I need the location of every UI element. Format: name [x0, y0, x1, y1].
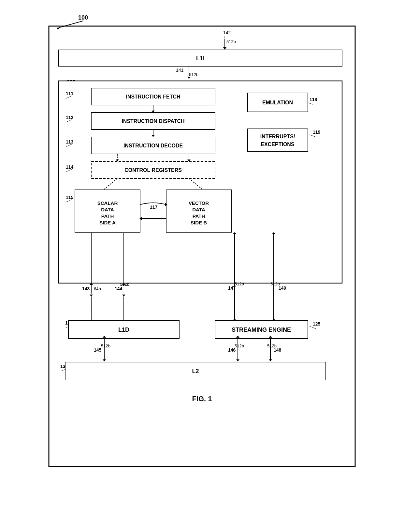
- ref-118-label: 118: [310, 97, 317, 102]
- l1d-text: L1D: [118, 327, 129, 333]
- ref-141-label: 141: [176, 68, 184, 73]
- instruction-dispatch-text: INSTRUCTION DISPATCH: [122, 118, 184, 124]
- ref-142-label: 142: [223, 30, 231, 35]
- vector-line3: PATH: [193, 213, 205, 219]
- instruction-decode-text: INSTRUCTION DECODE: [123, 143, 183, 148]
- label-512b-141: 512b: [189, 72, 198, 77]
- emulation-text: EMULATION: [262, 100, 293, 105]
- label-512b-149: 512b: [270, 281, 280, 286]
- svg-rect-41: [248, 129, 308, 152]
- diagram-svg: 100 142 512b 121 L1I 141 512b 110 111 IN…: [39, 7, 365, 512]
- scalar-line3: PATH: [101, 213, 114, 219]
- scalar-line1: SCALAR: [97, 200, 118, 206]
- label-512b-146: 512b: [235, 343, 244, 348]
- l2-text: L2: [192, 368, 199, 374]
- label-512b-top: 512b: [226, 39, 236, 44]
- se-text: STREAMING ENGINE: [232, 327, 291, 333]
- label-512b-145: 512b: [101, 343, 110, 348]
- ref-119-label: 119: [313, 129, 321, 135]
- label-512b-147: 512b: [235, 281, 244, 286]
- vector-line4: SIDE B: [191, 220, 207, 225]
- ref-112-label: 112: [66, 115, 74, 120]
- page-container: 100 142 512b 121 L1I 141 512b 110 111 IN…: [23, 7, 381, 512]
- label-512b-148: 512b: [267, 343, 277, 348]
- ref-114-label: 114: [66, 164, 74, 170]
- ref-144-label: 144: [115, 286, 123, 291]
- scalar-line2: DATA: [101, 207, 114, 212]
- scalar-line4: SIDE A: [99, 220, 116, 225]
- control-registers-text: CONTROL REGISTERS: [124, 167, 182, 173]
- fig-label: FIG. 1: [192, 395, 212, 403]
- interrupts-line1: INTERRUPTS/: [260, 134, 295, 139]
- ref-100: 100: [78, 14, 88, 21]
- interrupts-line2: EXCEPTIONS: [261, 142, 294, 147]
- ref-143-label: 143: [82, 286, 90, 291]
- instruction-fetch-text: INSTRUCTION FETCH: [126, 94, 180, 99]
- ref-111-label: 111: [66, 91, 74, 96]
- ref-115-label: 115: [66, 195, 74, 200]
- vector-line1: VECTOR: [189, 200, 209, 206]
- ref-125-label: 125: [313, 321, 321, 327]
- ref-117-label: 117: [150, 205, 158, 210]
- vector-line2: DATA: [192, 207, 205, 212]
- label-64b: 64b: [94, 286, 101, 291]
- ref-113-label: 113: [66, 139, 74, 144]
- l1i-text: L1I: [196, 55, 205, 62]
- ref-145-label: 145: [94, 347, 102, 353]
